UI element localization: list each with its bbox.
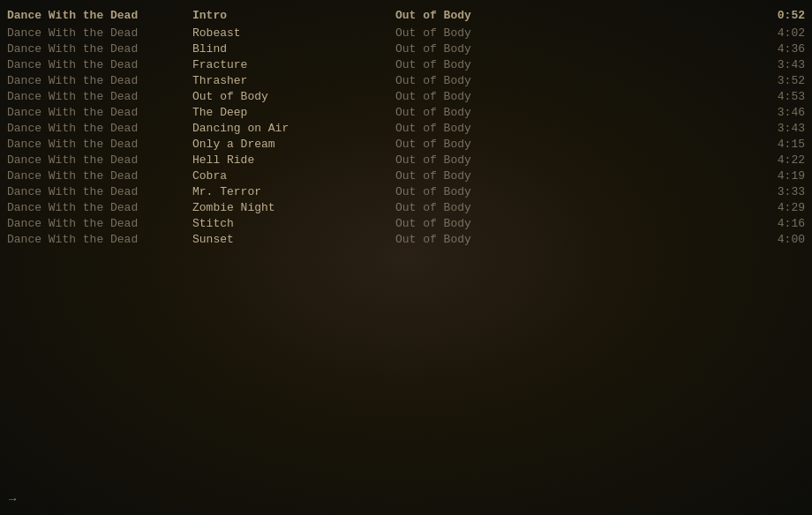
track-album: Out of Body <box>395 74 752 87</box>
track-title: Blind <box>192 42 395 56</box>
track-album: Out of Body <box>395 201 752 214</box>
track-title: Robeast <box>192 26 395 40</box>
track-title: Only a Dream <box>192 138 395 151</box>
track-duration: 4:36 <box>752 42 805 56</box>
track-row[interactable]: Dance With the DeadIntroOut of Body0:52 <box>0 7 812 23</box>
track-artist: Dance With the Dead <box>7 169 192 183</box>
track-album: Out of Body <box>395 138 752 151</box>
track-artist: Dance With the Dead <box>7 58 192 71</box>
track-duration: 3:33 <box>752 185 805 198</box>
track-row[interactable]: Dance With the DeadBlindOut of Body4:36 <box>0 41 812 56</box>
track-duration: 3:43 <box>752 122 805 135</box>
track-row[interactable]: Dance With the DeadStitchOut of Body4:16 <box>0 215 812 231</box>
track-title: Dancing on Air <box>192 122 395 135</box>
track-duration: 4:15 <box>752 138 805 151</box>
track-artist: Dance With the Dead <box>7 9 192 22</box>
track-album: Out of Body <box>395 233 752 246</box>
track-row[interactable]: Dance With the DeadZombie NightOut of Bo… <box>0 199 812 215</box>
track-duration: 4:22 <box>752 153 805 167</box>
track-duration: 4:53 <box>752 90 805 103</box>
arrow-icon: → <box>9 492 16 506</box>
track-row[interactable]: Dance With the DeadDancing on AirOut of … <box>0 120 812 136</box>
track-artist: Dance With the Dead <box>7 42 192 56</box>
track-duration: 4:02 <box>752 26 805 40</box>
track-list: Dance With the DeadIntroOut of Body0:52D… <box>0 0 812 254</box>
track-duration: 3:46 <box>752 106 805 119</box>
track-album: Out of Body <box>395 9 752 22</box>
track-album: Out of Body <box>395 42 752 56</box>
track-row[interactable]: Dance With the DeadOnly a DreamOut of Bo… <box>0 136 812 152</box>
track-row[interactable]: Dance With the DeadMr. TerrorOut of Body… <box>0 183 812 199</box>
track-artist: Dance With the Dead <box>7 74 192 87</box>
track-album: Out of Body <box>395 58 752 71</box>
track-artist: Dance With the Dead <box>7 201 192 214</box>
track-title: The Deep <box>192 106 395 119</box>
track-duration: 4:00 <box>752 233 805 246</box>
track-album: Out of Body <box>395 106 752 119</box>
track-artist: Dance With the Dead <box>7 90 192 103</box>
track-title: Cobra <box>192 169 395 183</box>
track-title: Intro <box>192 9 395 22</box>
track-title: Sunset <box>192 233 395 246</box>
track-title: Out of Body <box>192 90 395 103</box>
track-album: Out of Body <box>395 26 752 40</box>
track-artist: Dance With the Dead <box>7 217 192 230</box>
track-title: Mr. Terror <box>192 185 395 198</box>
track-album: Out of Body <box>395 90 752 103</box>
track-duration: 0:52 <box>752 9 805 22</box>
track-duration: 4:29 <box>752 201 805 214</box>
track-title: Stitch <box>192 217 395 230</box>
track-row[interactable]: Dance With the DeadSunsetOut of Body4:00 <box>0 231 812 247</box>
track-row[interactable]: Dance With the DeadThrasherOut of Body3:… <box>0 72 812 88</box>
track-artist: Dance With the Dead <box>7 138 192 151</box>
track-title: Zombie Night <box>192 201 395 214</box>
track-album: Out of Body <box>395 169 752 183</box>
track-artist: Dance With the Dead <box>7 233 192 246</box>
track-title: Hell Ride <box>192 153 395 167</box>
track-row[interactable]: Dance With the DeadThe DeepOut of Body3:… <box>0 104 812 120</box>
track-duration: 3:43 <box>752 58 805 71</box>
track-album: Out of Body <box>395 217 752 230</box>
track-duration: 3:52 <box>752 74 805 87</box>
track-duration: 4:16 <box>752 217 805 230</box>
track-title: Fracture <box>192 58 395 71</box>
track-album: Out of Body <box>395 122 752 135</box>
track-row[interactable]: Dance With the DeadOut of BodyOut of Bod… <box>0 88 812 104</box>
track-row[interactable]: Dance With the DeadCobraOut of Body4:19 <box>0 168 812 183</box>
track-artist: Dance With the Dead <box>7 122 192 135</box>
track-row[interactable]: Dance With the DeadHell RideOut of Body4… <box>0 152 812 168</box>
track-album: Out of Body <box>395 185 752 198</box>
track-duration: 4:19 <box>752 169 805 183</box>
track-title: Thrasher <box>192 74 395 87</box>
track-row[interactable]: Dance With the DeadRobeastOut of Body4:0… <box>0 25 812 41</box>
track-artist: Dance With the Dead <box>7 185 192 198</box>
track-album: Out of Body <box>395 153 752 167</box>
track-artist: Dance With the Dead <box>7 26 192 40</box>
track-row[interactable]: Dance With the DeadFractureOut of Body3:… <box>0 56 812 72</box>
track-artist: Dance With the Dead <box>7 106 192 119</box>
track-artist: Dance With the Dead <box>7 153 192 167</box>
